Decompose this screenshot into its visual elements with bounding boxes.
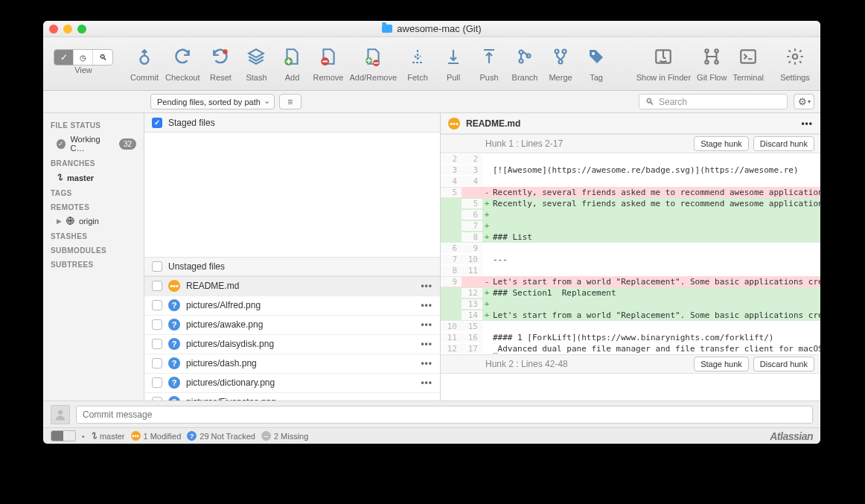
diff-line[interactable]: 22: [441, 153, 820, 165]
file-row[interactable]: ? pictures/daisydisk.png •••: [144, 335, 440, 354]
file-checkbox[interactable]: [152, 281, 162, 291]
diff-line[interactable]: 6+: [441, 209, 820, 220]
staged-checkbox-icon[interactable]: ✓: [152, 118, 162, 128]
add-button[interactable]: [277, 40, 307, 73]
unstaged-checkbox-icon[interactable]: [152, 261, 162, 272]
status-branch[interactable]: ᔐmaster: [91, 431, 125, 441]
diff-line[interactable]: 8+### List: [441, 232, 820, 243]
new-lineno: 12: [462, 288, 482, 298]
check-icon: ✓: [57, 139, 66, 149]
push-button[interactable]: [474, 40, 504, 73]
pull-button[interactable]: [438, 40, 468, 73]
discard-hunk-button[interactable]: Discard hunk: [753, 136, 814, 151]
file-menu-button[interactable]: •••: [421, 339, 432, 349]
diff-line[interactable]: 33 [![Awesome](https://awesome.re/badge.…: [441, 165, 820, 176]
new-lineno: 2: [462, 154, 482, 164]
remove-button[interactable]: [313, 40, 343, 73]
svg-point-19: [793, 54, 798, 60]
file-menu-button[interactable]: •••: [421, 377, 432, 388]
gitflow-button[interactable]: [697, 40, 727, 73]
diff-line[interactable]: 5+Recently, several friends asked me to …: [441, 198, 820, 209]
diff-line[interactable]: 12+### Section1 Replacement: [441, 287, 820, 299]
diff-line[interactable]: 7+: [441, 220, 820, 232]
stash-button[interactable]: [241, 40, 271, 73]
file-checkbox[interactable]: [152, 319, 162, 330]
diff-marker: [482, 243, 491, 253]
sort-dropdown[interactable]: Pending files, sorted by path: [150, 94, 275, 109]
fetch-button[interactable]: [403, 40, 432, 73]
fetch-label: Fetch: [407, 73, 428, 82]
new-lineno: 5: [462, 199, 482, 208]
file-checkbox[interactable]: [152, 358, 162, 369]
diff-line[interactable]: 1015: [441, 321, 820, 332]
file-menu-button[interactable]: •••: [421, 281, 432, 291]
diff-text: ### List: [491, 232, 820, 242]
diff-line[interactable]: 13+: [441, 299, 820, 310]
svg-point-10: [563, 50, 566, 54]
old-lineno: 12: [441, 344, 462, 354]
diff-line[interactable]: 14+Let's start from a world "Replacement…: [441, 310, 820, 321]
diff-line[interactable]: 710 ---: [441, 254, 820, 265]
finder-button[interactable]: [648, 40, 678, 73]
file-row[interactable]: ? pictures/dictionary.png •••: [144, 374, 440, 393]
file-row[interactable]: ? pictures/dash.png •••: [144, 354, 440, 374]
settings-button[interactable]: [780, 40, 810, 73]
diff-marker: -: [482, 277, 491, 287]
sidebar-item-working-copy[interactable]: ✓ Working C… 32: [43, 132, 144, 156]
toolbar: ✓ ◷ 🔍︎ View Commit Checkout Reset Stash …: [43, 37, 820, 91]
diff-line[interactable]: 69: [441, 243, 820, 254]
addremove-button[interactable]: [358, 40, 388, 73]
commit-button[interactable]: [130, 40, 159, 73]
diff-line[interactable]: 1116 #### 1 [ForkLift](https://www.binar…: [441, 332, 820, 343]
branch-button[interactable]: [510, 40, 540, 73]
file-row[interactable]: ••• README.md •••: [144, 277, 440, 296]
search-input[interactable]: 🔍︎ Search: [639, 94, 788, 109]
file-menu-button[interactable]: •••: [421, 358, 432, 369]
file-menu-button[interactable]: •••: [421, 300, 432, 310]
diff-line[interactable]: 9-Let's start from a world "Replacement"…: [441, 276, 820, 287]
svg-point-1: [223, 49, 229, 54]
close-icon[interactable]: [49, 25, 58, 34]
minimize-icon[interactable]: [63, 25, 72, 34]
sidebar-item-master[interactable]: ᔐ master: [43, 170, 144, 185]
new-lineno: 14: [462, 310, 482, 320]
merge-button[interactable]: [546, 40, 575, 73]
sidebar-head-filestatus: FILE STATUS: [43, 118, 144, 132]
file-checkbox[interactable]: [152, 300, 162, 310]
file-row[interactable]: ? pictures/Alfred.png •••: [144, 296, 440, 316]
sidebar-item-origin[interactable]: ▶ 🌐︎ origin: [43, 214, 144, 229]
file-checkbox[interactable]: [152, 377, 162, 388]
commit-message-input[interactable]: [76, 406, 813, 424]
diff-menu-button[interactable]: •••: [801, 118, 813, 129]
diff-lines[interactable]: 22 33 [![Awesome](https://awesome.re/bad…: [441, 153, 820, 354]
new-lineno: 6: [462, 210, 482, 220]
reset-button[interactable]: [205, 40, 235, 73]
file-checkbox[interactable]: [152, 339, 162, 349]
commit-label: Commit: [130, 73, 159, 82]
diff-line[interactable]: 5-Recently, several friends asked me to …: [441, 187, 820, 198]
file-row[interactable]: ? pictures/Fivenotes.png •••: [144, 393, 440, 401]
old-lineno: 4: [441, 176, 462, 186]
file-menu-button[interactable]: •••: [421, 319, 432, 330]
file-row[interactable]: ? pictures/awake.png •••: [144, 316, 440, 335]
terminal-label: Terminal: [732, 73, 764, 82]
listmode-button[interactable]: ≡: [279, 94, 301, 109]
new-lineno: 7: [462, 221, 482, 231]
tag-button[interactable]: [581, 40, 611, 73]
checkout-button[interactable]: [167, 40, 197, 73]
options-button[interactable]: ⚙▾: [794, 94, 814, 109]
discard-hunk-button[interactable]: Discard hunk: [753, 357, 814, 371]
gear-icon: ⚙: [798, 96, 807, 107]
view-segmented[interactable]: ✓ ◷ 🔍︎: [54, 49, 113, 66]
diff-line[interactable]: 44: [441, 176, 820, 187]
zoom-icon[interactable]: [77, 25, 86, 34]
stage-hunk-button[interactable]: Stage hunk: [694, 357, 749, 371]
terminal-button[interactable]: [733, 40, 763, 73]
file-name: pictures/daisydisk.png: [186, 339, 415, 349]
reset-label: Reset: [210, 73, 232, 82]
diff-line[interactable]: 811: [441, 265, 820, 276]
diff-line[interactable]: 1217 _Advanced dual pane file manager an…: [441, 343, 820, 354]
pull-label: Pull: [447, 73, 460, 82]
layout-toggle[interactable]: [51, 430, 76, 441]
stage-hunk-button[interactable]: Stage hunk: [694, 136, 749, 151]
